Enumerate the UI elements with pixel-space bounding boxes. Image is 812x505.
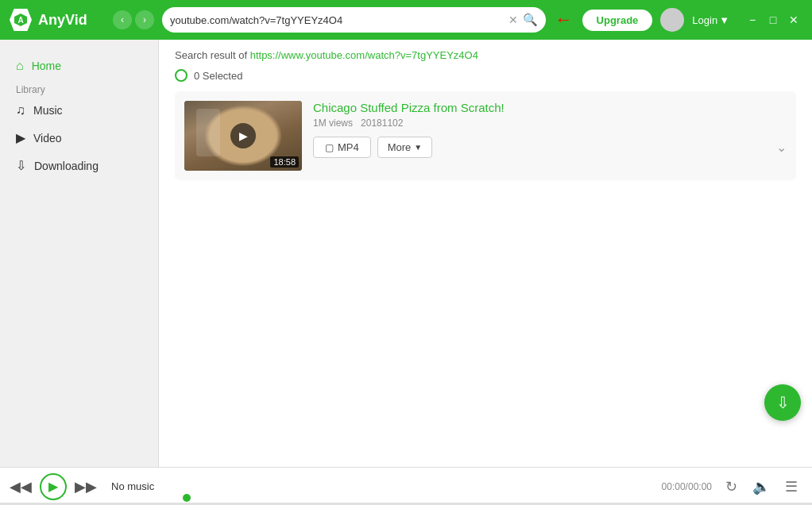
url-clear-icon[interactable]: ✕: [508, 13, 518, 26]
video-thumbnail[interactable]: ▶ 18:58: [184, 101, 302, 171]
window-controls: − □ ✕: [744, 11, 802, 29]
back-button[interactable]: ‹: [113, 10, 132, 29]
now-playing-label: No music: [111, 480, 654, 492]
search-result-url[interactable]: https://www.youtube.com/watch?v=7tgYYEYz…: [250, 49, 478, 61]
selected-count: 0 Selected: [194, 70, 242, 82]
main-layout: ⌂ Home Library ♫ Music ▶ Video ⇩ Downloa…: [0, 40, 812, 467]
upgrade-button[interactable]: Upgrade: [582, 10, 653, 31]
sidebar-video-label: Video: [33, 132, 62, 145]
search-result-prefix: Search result of: [175, 49, 247, 61]
maximize-button[interactable]: □: [764, 11, 782, 29]
chevron-down-icon: ▼: [414, 143, 422, 152]
logo-icon: A: [10, 9, 32, 31]
queue-button[interactable]: ☰: [780, 476, 802, 498]
video-meta: 1M views 20181102: [313, 118, 787, 129]
results-area: ▶ 18:58 Chicago Stuffed Pizza from Scrat…: [159, 88, 812, 467]
play-button[interactable]: ▶: [230, 123, 256, 148]
skip-back-button[interactable]: ◀◀: [10, 476, 32, 498]
video-info: Chicago Stuffed Pizza from Scratch! 1M v…: [313, 101, 787, 158]
login-label: Login: [692, 14, 717, 26]
video-date: 20181102: [361, 118, 403, 129]
close-button[interactable]: ✕: [785, 11, 802, 29]
svg-text:A: A: [17, 16, 23, 25]
sidebar-item-video[interactable]: ▶ Video: [0, 124, 158, 152]
url-text: youtube.com/watch?v=7tgYYEYz4O4: [170, 14, 504, 26]
nav-arrows: ‹ ›: [113, 10, 154, 29]
video-views: 1M views: [313, 118, 353, 129]
selected-circle[interactable]: [175, 69, 188, 82]
video-icon: ▶: [16, 130, 25, 145]
duration-badge: 18:58: [270, 156, 299, 168]
login-area[interactable]: Login ▼: [692, 14, 729, 26]
more-button[interactable]: More ▼: [377, 137, 433, 158]
music-icon: ♫: [16, 103, 25, 118]
search-result-bar: Search result of https://www.youtube.com…: [159, 40, 812, 66]
collapse-button[interactable]: ⌄: [776, 140, 787, 155]
app-name: AnyVid: [38, 12, 87, 29]
sidebar-downloading-label: Downloading: [34, 160, 99, 172]
sidebar-item-home[interactable]: ⌂ Home: [0, 52, 158, 79]
thumbnail-overlay: [196, 109, 220, 156]
progress-dot: [183, 494, 191, 502]
avatar[interactable]: [660, 8, 684, 32]
logo-area: A AnyVid: [10, 9, 105, 31]
search-icon[interactable]: 🔍: [523, 13, 538, 27]
volume-button[interactable]: 🔈: [750, 476, 772, 498]
video-actions: ▢ MP4 More ▼ ⌄: [313, 137, 787, 158]
bottom-bar: ◀◀ ▶ ▶▶ No music 00:00/00:00 ↻ 🔈 ☰: [0, 467, 812, 505]
video-card: ▶ 18:58 Chicago Stuffed Pizza from Scrat…: [175, 91, 796, 180]
sidebar-home-label: Home: [32, 60, 61, 72]
minimize-button[interactable]: −: [744, 11, 761, 29]
more-label: More: [388, 141, 412, 153]
skip-forward-button[interactable]: ▶▶: [75, 476, 97, 498]
time-display: 00:00/00:00: [662, 481, 712, 492]
download-icon: ⇩: [16, 158, 26, 173]
sidebar-music-label: Music: [33, 104, 63, 117]
sidebar-item-downloading[interactable]: ⇩ Downloading: [0, 152, 158, 179]
home-icon: ⌂: [16, 59, 24, 73]
repeat-button[interactable]: ↻: [720, 476, 742, 498]
content-area: Search result of https://www.youtube.com…: [159, 40, 812, 467]
mp4-icon: ▢: [325, 142, 334, 153]
url-bar[interactable]: youtube.com/watch?v=7tgYYEYz4O4 ✕ 🔍: [162, 7, 546, 33]
mp4-label: MP4: [338, 141, 359, 153]
mp4-button[interactable]: ▢ MP4: [313, 137, 371, 158]
login-chevron-icon: ▼: [719, 14, 729, 26]
titlebar: A AnyVid ‹ › youtube.com/watch?v=7tgYYEY…: [0, 0, 812, 40]
red-arrow-indicator: ←: [555, 10, 573, 30]
play-pause-button[interactable]: ▶: [40, 473, 67, 500]
sidebar-library-label: Library: [0, 79, 158, 97]
sidebar-item-music[interactable]: ♫ Music: [0, 97, 158, 124]
sidebar: ⌂ Home Library ♫ Music ▶ Video ⇩ Downloa…: [0, 40, 159, 467]
selected-bar: 0 Selected: [159, 66, 812, 88]
forward-button[interactable]: ›: [135, 10, 154, 29]
video-title[interactable]: Chicago Stuffed Pizza from Scratch!: [313, 101, 787, 114]
download-fab-button[interactable]: ⇩: [764, 384, 801, 421]
